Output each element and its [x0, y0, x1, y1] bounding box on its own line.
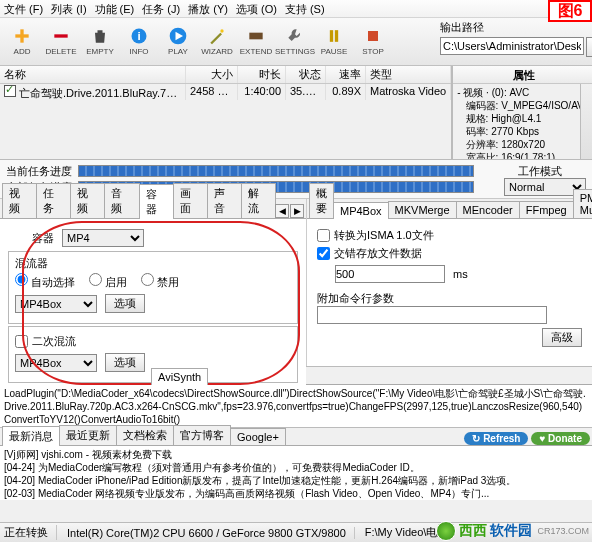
news-tab-2[interactable]: 文档检索 [116, 425, 174, 445]
file-grid[interactable]: 名称 大小 时长 状态 速率 类型 亡命驾驶.Drive.2011.BluRay… [0, 66, 453, 159]
properties-body[interactable]: - 视频 · (0): AVC 编码器: V_MPEG4/ISO/AVC 规格:… [453, 84, 592, 159]
wizard-icon [205, 26, 229, 46]
col-rate[interactable]: 速率 [326, 66, 366, 83]
advanced-button[interactable]: 高级 [542, 328, 582, 347]
col-type[interactable]: 类型 [366, 66, 451, 83]
grid-row[interactable]: 亡命驾驶.Drive.2011.BluRay.720p.AC3... 2458 … [0, 84, 451, 100]
avisynth-log[interactable]: LoadPlugin("D:\MediaCoder_x64\codecs\Dir… [0, 385, 592, 427]
news-tab-4[interactable]: Google+ [230, 428, 286, 445]
right-tab-4[interactable]: FFmpeg [519, 201, 574, 218]
svg-rect-10 [335, 30, 338, 42]
right-tab-2[interactable]: MKVMerge [388, 201, 457, 218]
stop-label: STOP [362, 47, 384, 56]
secondary-mux-options-button[interactable]: 选项 [105, 353, 145, 372]
output-path-input[interactable] [440, 37, 584, 55]
container-format-select[interactable]: MP4 [62, 229, 144, 247]
menu-support[interactable]: 支持 (S) [285, 2, 325, 15]
wizard-button[interactable]: WIZARD [198, 20, 236, 62]
add-icon [10, 26, 34, 46]
delete-button[interactable]: DELETE [42, 20, 80, 62]
work-mode-label: 工作模式 [518, 164, 586, 179]
menu-play[interactable]: 播放 (Y) [188, 2, 228, 15]
news-tab-1[interactable]: 最近更新 [59, 425, 117, 445]
tab-scroll-left[interactable]: ◀ [275, 204, 289, 218]
right-tab-1[interactable]: MP4Box [333, 202, 389, 219]
left-tab-0[interactable]: 视频 [2, 183, 37, 218]
play-icon [166, 26, 190, 46]
interleave-checkbox[interactable] [317, 247, 330, 260]
stop-button[interactable]: STOP [354, 20, 392, 62]
site-watermark: 西西 软件园 CR173.COM [436, 521, 589, 541]
menu-file[interactable]: 文件 (F) [4, 2, 43, 15]
extend-button[interactable]: EXTEND [237, 20, 275, 62]
log-tab-3[interactable]: AviSynth [151, 368, 208, 385]
secondary-mux-select[interactable]: MP4Box [15, 354, 97, 372]
task-progress-label: 当前任务进度 [6, 164, 74, 179]
news-body[interactable]: [Vj师网] vjshi.com - 视频素材免费下载 [04-24] 为Med… [0, 446, 592, 500]
col-time[interactable]: 时长 [238, 66, 286, 83]
left-tab-2[interactable]: 视频 [70, 183, 105, 218]
info-button[interactable]: iINFO [120, 20, 158, 62]
interleave-ms-input[interactable] [335, 265, 445, 283]
menu-options[interactable]: 选项 (O) [236, 2, 277, 15]
news-tab-3[interactable]: 官方博客 [173, 425, 231, 445]
left-tab-7[interactable]: 解流 [241, 183, 276, 218]
add-label: ADD [14, 47, 31, 56]
left-tabstrip: 视频任务视频音频容器画面声音解流 ◀ ▶ [0, 199, 306, 219]
play-label: PLAY [168, 47, 188, 56]
refresh-button[interactable]: ↻ Refresh [464, 432, 528, 445]
delete-label: DELETE [45, 47, 76, 56]
delete-icon [49, 26, 73, 46]
muxer-disable-radio[interactable]: 禁用 [141, 273, 179, 290]
right-tab-3[interactable]: MEncoder [456, 201, 520, 218]
menu-task[interactable]: 任务 (J) [142, 2, 180, 15]
col-state[interactable]: 状态 [286, 66, 326, 83]
empty-label: EMPTY [86, 47, 114, 56]
col-name[interactable]: 名称 [0, 66, 186, 83]
row-state: 35.6% [286, 84, 326, 100]
menu-func[interactable]: 功能 (E) [95, 2, 135, 15]
left-tab-3[interactable]: 音频 [104, 183, 139, 218]
col-size[interactable]: 大小 [186, 66, 238, 83]
pause-button[interactable]: PAUSE [315, 20, 353, 62]
row-checkbox[interactable] [4, 85, 16, 97]
left-tab-4[interactable]: 容器 [139, 184, 174, 219]
wizard-label: WIZARD [201, 47, 233, 56]
isma-checkbox[interactable] [317, 229, 330, 242]
pause-label: PAUSE [321, 47, 348, 56]
left-tab-6[interactable]: 声音 [207, 183, 242, 218]
row-size: 2458 MB [186, 84, 238, 100]
muxer-select[interactable]: MP4Box [15, 295, 97, 313]
left-tab-5[interactable]: 画面 [173, 183, 208, 218]
add-button[interactable]: ADD [3, 20, 41, 62]
secondary-mux-checkbox[interactable] [15, 335, 28, 348]
extend-label: EXTEND [240, 47, 272, 56]
menu-list[interactable]: 列表 (I) [51, 2, 86, 15]
muxer-auto-radio[interactable]: 自动选择 [15, 273, 75, 290]
right-tab-5[interactable]: PMP Muxer [573, 189, 592, 218]
news-tab-0[interactable]: 最新消息 [2, 426, 60, 446]
right-tab-0[interactable]: 概要 [309, 183, 334, 218]
status-state: 正在转换 [4, 525, 57, 540]
pause-icon [322, 26, 346, 46]
open-output-button[interactable]: 打开 [586, 37, 592, 57]
donate-button[interactable]: ♥ Donate [531, 432, 590, 445]
isma-label: 转换为ISMA 1.0文件 [334, 228, 434, 243]
mp4box-tab-body: 转换为ISMA 1.0文件 交错存放文件数据 ms 附加命令行参数 高级 [307, 219, 592, 366]
settings-label: SETTINGS [275, 47, 315, 56]
svg-rect-1 [20, 29, 23, 42]
empty-button[interactable]: EMPTY [81, 20, 119, 62]
muxer-options-button[interactable]: 选项 [105, 294, 145, 313]
left-tab-1[interactable]: 任务 [36, 183, 71, 218]
extra-args-input[interactable] [317, 306, 547, 324]
tab-scroll-right[interactable]: ▶ [290, 204, 304, 218]
muxer-enable-radio[interactable]: 启用 [89, 273, 127, 290]
row-time: 1:40:00 [238, 84, 286, 100]
empty-icon [88, 26, 112, 46]
grid-header: 名称 大小 时长 状态 速率 类型 [0, 66, 451, 84]
settings-button[interactable]: SETTINGS [276, 20, 314, 62]
menubar: 文件 (F) 列表 (I) 功能 (E) 任务 (J) 播放 (Y) 选项 (O… [0, 0, 592, 18]
svg-text:i: i [137, 29, 140, 42]
watermark-text-2: 软件园 [490, 522, 532, 540]
play-button[interactable]: PLAY [159, 20, 197, 62]
